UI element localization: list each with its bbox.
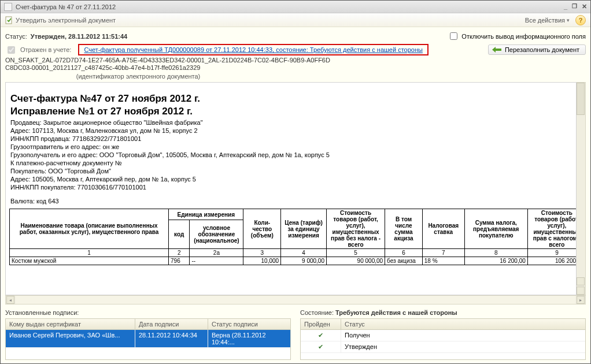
all-actions-button[interactable]: Все действия: [525, 17, 570, 24]
refill-button[interactable]: Перезаполнить документ: [488, 44, 586, 55]
signatures-header: Кому выдан сертификат Дата подписи Стату…: [5, 318, 291, 330]
reflected-checkbox: [8, 46, 15, 54]
titlebar: Счет-фактура № 47 от 27.11.2012 _ ❐ ✕: [1, 1, 590, 13]
doc-heading-2: Исправление №1 от 27 ноября 2012 г.: [10, 106, 572, 117]
status-row: Статус: Утвержден, 28.11.2012 11:51:44 О…: [5, 31, 586, 42]
linked-doc-box: Счет-фактура полученный ТД000000089 от 2…: [78, 44, 428, 55]
table-row: Костюм мужской 796 -- 10,000 9 000,00 90…: [10, 257, 577, 265]
invoice-table: Наименование товара (описание выполненны…: [9, 209, 577, 265]
reflected-label: Отражен в учете:: [20, 46, 71, 53]
toolbar: Утвердить электронный документ Все дейст…: [1, 13, 590, 27]
doc-heading-1: Счет-фактура №47 от 27 ноября 2012 г.: [10, 93, 572, 105]
scroll-down-button[interactable]: [577, 287, 585, 295]
app-icon: [4, 3, 12, 11]
document-area: Счет-фактура №47 от 27 ноября 2012 г. Ис…: [5, 82, 586, 295]
approve-action[interactable]: Утвердить электронный документ: [5, 16, 116, 24]
svg-rect-0: [6, 17, 12, 24]
arrow-left-icon: [492, 46, 501, 53]
horizontal-scrollbar[interactable]: ◂ ▸: [5, 295, 586, 304]
linked-doc-link[interactable]: Счет-фактура полученный ТД000000089 от 2…: [84, 46, 422, 53]
minimize-icon[interactable]: _: [564, 3, 567, 10]
document-preview: Счет-фактура №47 от 27 ноября 2012 г. Ис…: [5, 82, 577, 295]
scroll-left-button[interactable]: ◂: [6, 296, 14, 304]
signature-row[interactable]: Иванов Сергей Петрович, ЗАО «Шв... 28.11…: [6, 330, 290, 348]
window-title: Счет-фактура № 47 от 27.11.2012: [16, 3, 564, 10]
check-icon: ✔: [301, 341, 341, 353]
content-area: Статус: Утвержден, 28.11.2012 11:51:44 О…: [1, 27, 590, 363]
document-check-icon: [5, 16, 13, 24]
signatures-panel: Установленные подписи: Кому выдан сертиф…: [5, 309, 291, 360]
disable-info-label: Отключить вывод информационного поля: [461, 33, 586, 40]
state-header: Пройден Статус: [300, 318, 586, 330]
vertical-scrollbar[interactable]: [577, 82, 586, 295]
restore-icon[interactable]: ❐: [572, 3, 577, 10]
scroll-right-button[interactable]: ▸: [577, 296, 585, 304]
svg-marker-1: [492, 47, 501, 53]
scroll-thumb[interactable]: [577, 83, 585, 115]
reflect-row: Отражен в учете: Счет-фактура полученный…: [5, 44, 586, 55]
help-icon[interactable]: ?: [575, 15, 586, 25]
scroll-up-button[interactable]: [577, 277, 585, 285]
state-row: ✔ Утвержден: [301, 341, 585, 353]
close-icon[interactable]: ✕: [582, 3, 587, 10]
status-value: Утвержден, 28.11.2012 11:51:44: [31, 33, 127, 40]
disable-info-checkbox[interactable]: [450, 32, 457, 40]
doc-id-label: (идентификатор электронного документа): [5, 73, 271, 80]
scroll-track[interactable]: [16, 296, 575, 304]
status-label: Статус:: [5, 33, 27, 40]
bottom-panels: Установленные подписи: Кому выдан сертиф…: [5, 309, 586, 360]
doc-ids: ON_SFAKT_2AL-072D7D74-1E27-465A-A75E-4D4…: [5, 57, 586, 72]
state-panel: Состояние: Требуются действия с нашей ст…: [300, 309, 586, 360]
invoice-window: Счет-фактура № 47 от 27.11.2012 _ ❐ ✕ Ут…: [0, 0, 591, 364]
state-row: ✔ Получен: [301, 330, 585, 341]
check-icon: ✔: [301, 330, 341, 341]
